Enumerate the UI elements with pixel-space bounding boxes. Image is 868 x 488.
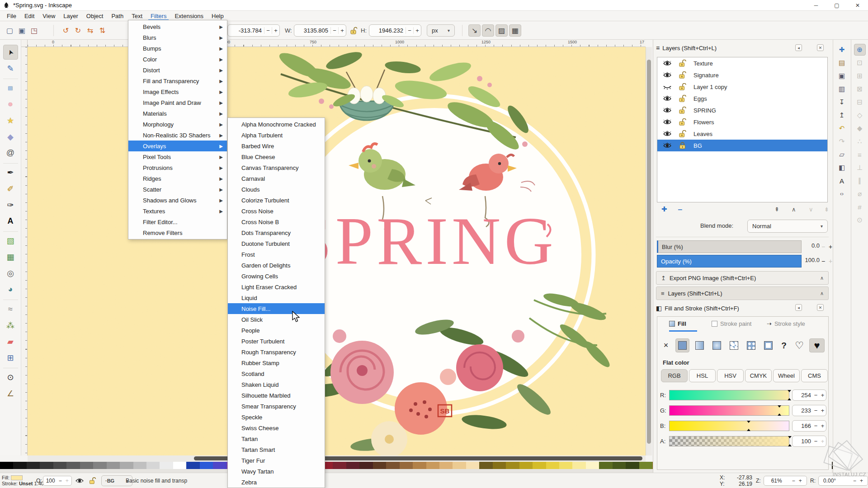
palette-swatch[interactable] [160, 462, 173, 469]
command-button[interactable]: ↷ [836, 136, 848, 147]
fill-rule-nonzero-button[interactable]: ♥ [809, 338, 825, 352]
y-minus-button[interactable]: − [264, 27, 272, 34]
eye-open-icon[interactable] [663, 142, 672, 149]
overlays-submenu-item[interactable]: Shaken Liquid [228, 379, 325, 390]
overlays-submenu-item[interactable]: Liquid [228, 292, 325, 303]
filters-menu-item[interactable]: Filter Editor... ▶ [128, 216, 227, 227]
scale-toggle[interactable]: ◠ [482, 24, 494, 37]
lock-open-icon[interactable] [678, 83, 687, 90]
eye-open-icon[interactable] [663, 71, 672, 79]
command-button[interactable]: ▣ [836, 70, 848, 82]
tool-button[interactable]: ✒ [3, 163, 18, 180]
color-mode-button[interactable]: HSL [689, 369, 716, 382]
tool-button[interactable]: ◕ [3, 282, 18, 297]
pattern-button[interactable] [727, 338, 741, 352]
palette-swatch[interactable] [533, 462, 546, 469]
overlays-submenu-item[interactable]: People [228, 325, 325, 336]
opacity-minus-button[interactable]: − [57, 478, 64, 484]
command-button[interactable]: ▥ [836, 83, 848, 95]
tool-button[interactable]: ⊙ [3, 368, 18, 385]
h-plus-button[interactable]: + [413, 27, 421, 34]
filters-menu-item[interactable]: Remove Filters ▶ [128, 227, 227, 238]
palette-swatch[interactable] [519, 462, 533, 469]
swatch-pattern-button[interactable] [744, 338, 758, 352]
layer-row[interactable]: BG [657, 140, 827, 151]
opacity-plus-button[interactable]: + [64, 478, 71, 484]
overlays-submenu-item[interactable]: Tiger Fur [228, 455, 325, 466]
snap-button[interactable]: ⊞ [854, 70, 866, 82]
vertical-scrollbar[interactable] [646, 47, 652, 455]
color-mode-button[interactable]: CMS [801, 369, 828, 382]
horizontal-scrollbar[interactable] [28, 455, 646, 462]
palette-swatch[interactable] [133, 462, 146, 469]
color-mode-button[interactable]: HSV [717, 369, 744, 382]
overlays-submenu-item[interactable]: Duotone Turbulent [228, 238, 325, 249]
lock-open-icon[interactable] [678, 130, 687, 137]
radial-gradient-button[interactable] [710, 338, 724, 352]
channel-slider[interactable] [669, 390, 789, 400]
opacity-plus-button[interactable]: + [829, 258, 832, 265]
snap-button[interactable]: ⊕ [854, 44, 866, 56]
menu-item[interactable]: Help [208, 11, 228, 21]
palette-swatch[interactable] [546, 462, 559, 469]
command-button[interactable]: ✚ [836, 44, 848, 56]
object-opacity-spinbox[interactable]: 100 − + [43, 476, 72, 486]
lock-closed-icon[interactable] [678, 142, 687, 149]
channel-spinbox[interactable]: 233 − + [792, 405, 826, 416]
snap-button[interactable]: ⌀ [854, 188, 866, 200]
palette-swatch[interactable] [173, 462, 186, 469]
palette-swatch[interactable] [200, 462, 213, 469]
overlays-submenu-item[interactable]: Zebra [228, 477, 325, 488]
snap-button[interactable]: ∥ [854, 175, 866, 187]
vertical-scrollbar-thumb[interactable] [647, 60, 651, 444]
color-mode-button[interactable]: RGB [661, 369, 688, 382]
channel-minus-button[interactable]: − [812, 438, 819, 445]
palette-swatch[interactable] [53, 462, 66, 469]
lower-layer-bottom-button[interactable]: ⇟ [824, 206, 829, 213]
overlays-submenu-item[interactable]: Cross Noise [228, 206, 325, 216]
fill-color-swatch[interactable] [11, 475, 23, 480]
palette-swatch[interactable] [146, 462, 160, 469]
overlays-submenu-item[interactable]: Carnaval [228, 173, 325, 184]
layer-row[interactable]: Signature [657, 69, 827, 81]
y-coordinate-field[interactable]: -313.784 − + [227, 24, 280, 37]
selector-tool[interactable]: ➤ [3, 45, 18, 60]
palette-swatch[interactable] [0, 462, 13, 469]
overlays-submenu-item[interactable]: Blue Cheese [228, 151, 325, 162]
filters-menu-item[interactable]: Protrusions ▶ [128, 162, 227, 173]
height-field[interactable]: 1946.232 − + [369, 24, 421, 37]
overlays-submenu-item[interactable]: Cross Noise B [228, 216, 325, 227]
tool-button[interactable]: @ [3, 145, 18, 160]
layer-row[interactable]: SPRING [657, 104, 827, 116]
swatch-button[interactable] [761, 338, 775, 352]
lock-open-icon[interactable] [678, 71, 687, 79]
linear-gradient-button[interactable] [693, 338, 707, 352]
overlays-submenu-item[interactable]: Growing Cells [228, 271, 325, 282]
menu-item[interactable]: Path [107, 11, 127, 21]
palette-swatch[interactable] [346, 462, 359, 469]
snap-button[interactable]: ∴ [854, 136, 866, 147]
channel-minus-button[interactable]: − [812, 422, 819, 429]
overlays-submenu-item[interactable]: Dots Transparency [228, 227, 325, 238]
zoom-plus-button[interactable]: + [797, 478, 804, 484]
palette-swatch[interactable] [559, 462, 572, 469]
palette-swatch[interactable] [80, 462, 93, 469]
palette-swatch[interactable] [359, 462, 373, 469]
snap-button[interactable]: ⊙ [854, 214, 866, 226]
palette-swatch[interactable] [493, 462, 506, 469]
toolbar-select-icon[interactable]: ▣ [16, 24, 28, 37]
menu-item[interactable]: Text [127, 11, 146, 21]
blur-value[interactable]: 0.0 [804, 242, 820, 249]
overlays-submenu-item[interactable]: Tartan Smart [228, 444, 325, 455]
w-minus-button[interactable]: − [330, 27, 338, 34]
palette-swatch[interactable] [426, 462, 439, 469]
close-button[interactable]: ✕ [847, 0, 868, 11]
color-mode-button[interactable]: Wheel [773, 369, 800, 382]
tool-button[interactable]: ∠ [3, 386, 18, 401]
lock-open-icon[interactable] [678, 95, 687, 102]
overlays-submenu-item[interactable]: Wavy Tartan [228, 466, 325, 477]
unknown-paint-button[interactable]: ? [778, 338, 789, 352]
opacity-minus-button[interactable]: − [821, 258, 825, 265]
palette-swatch[interactable] [479, 462, 492, 469]
palette-swatch[interactable] [333, 462, 346, 469]
